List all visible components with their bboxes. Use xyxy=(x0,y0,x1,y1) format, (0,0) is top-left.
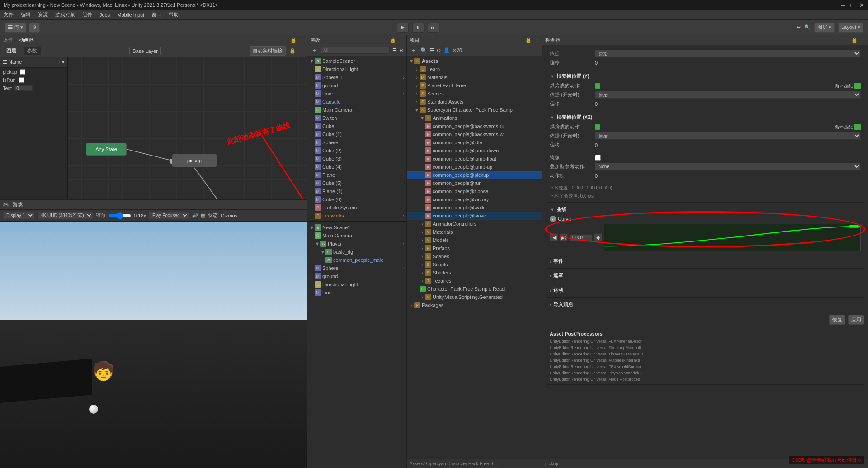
project-lock-icon[interactable]: 🔒 xyxy=(525,37,532,43)
param-pickup-toggle[interactable] xyxy=(20,69,25,75)
project-filter3[interactable]: 👤 xyxy=(443,47,450,53)
restore-button[interactable]: 恢复 xyxy=(829,315,845,325)
tree-item-common-male[interactable]: G common_people_male xyxy=(307,256,406,264)
import-title-el[interactable]: › 导入消息 xyxy=(550,299,861,310)
project-planet[interactable]: › P Planet Earth Free xyxy=(407,81,542,90)
minimize-btn[interactable]: ─ xyxy=(841,2,845,9)
project-anim-walk[interactable]: ▶ common_people@walk xyxy=(407,203,542,212)
menu-icon-2[interactable]: ⋮ xyxy=(299,48,304,54)
project-standard[interactable]: › S Standard Assets xyxy=(407,98,542,106)
project-anim-jump-float[interactable]: ▶ common_people@jump-float xyxy=(407,155,542,163)
tree-item-cube2[interactable]: M Cube (2) xyxy=(307,147,406,155)
tree-item-maincam[interactable]: C Main Camera xyxy=(307,106,406,114)
menu-jobs[interactable]: Jobs xyxy=(99,12,110,18)
project-anim-jump-up[interactable]: ▶ common_people@jump-up xyxy=(407,163,542,171)
project-learn[interactable]: › L Learn xyxy=(407,65,542,73)
close-btn[interactable]: ✕ xyxy=(859,2,864,9)
root-y-baked-check[interactable] xyxy=(595,83,600,89)
tree-item-dirlight2[interactable]: L Directional Light xyxy=(307,280,406,288)
tree-item-dirlight[interactable]: L Directional Light xyxy=(307,65,406,73)
tree-item-plane1[interactable]: M Plane (1) xyxy=(307,187,406,195)
inspector-lock-icon[interactable]: 🔒 xyxy=(851,37,858,43)
resolution-selector[interactable]: 4K UHD (3840x2160) xyxy=(37,212,93,219)
project-mats2[interactable]: › M Materials xyxy=(407,228,542,236)
lock-icon[interactable]: 🔒 xyxy=(290,37,297,43)
root-y-title[interactable]: ▼ 根变换位置 (Y) xyxy=(550,71,861,81)
project-prefabs[interactable]: › P Prefabs xyxy=(407,244,542,252)
mirror-check[interactable] xyxy=(595,155,601,161)
step-button[interactable]: ⏭ xyxy=(428,23,439,33)
project-animcontrollers[interactable]: › A AnimatorControllers xyxy=(407,220,542,228)
expand-right6[interactable]: › xyxy=(403,265,405,271)
expand-right3[interactable]: › xyxy=(403,213,405,218)
project-search-icon[interactable]: 🔍 xyxy=(420,47,427,53)
project-shaders[interactable]: › S Shaders xyxy=(407,269,542,277)
project-supercyan[interactable]: ▼ S Supercyan Character Pack Free Samp xyxy=(407,106,542,114)
project-filter1[interactable]: ☰ xyxy=(429,47,434,53)
pause-button[interactable]: ⏸ xyxy=(412,23,424,33)
search-icon[interactable]: 🔍 xyxy=(804,24,811,30)
remove-curve-btn[interactable]: - xyxy=(550,216,556,222)
menu-file[interactable]: 文件 xyxy=(4,11,14,18)
tree-item-ground2[interactable]: M ground xyxy=(307,272,406,280)
project-anim-idle[interactable]: ▶ common_people@idle xyxy=(407,138,542,147)
expand-right2[interactable]: › xyxy=(403,91,405,96)
curve-value[interactable] xyxy=(570,234,592,241)
tree-item-cube3[interactable]: M Cube (3) xyxy=(307,155,406,163)
curve-key-btn[interactable]: ◆ xyxy=(594,233,602,241)
play-button[interactable]: ▶ xyxy=(397,23,409,33)
undo-icon[interactable]: ↩ xyxy=(797,24,801,30)
state-any-state[interactable]: Any State xyxy=(86,143,127,156)
play-mode-selector[interactable]: Play Focused xyxy=(149,212,189,219)
project-anim-jump-down[interactable]: ▶ common_people@jump-down xyxy=(407,147,542,155)
root-xz-based-select[interactable]: 原始 xyxy=(595,132,861,140)
stats-icon[interactable]: ▦ xyxy=(201,213,205,218)
game-menu-icon[interactable]: ⋮ xyxy=(300,202,305,208)
expand-right[interactable]: › xyxy=(403,75,405,80)
tree-item-sphere-s[interactable]: M Sphere xyxy=(307,138,406,147)
tree-item-switch[interactable]: M Switch xyxy=(307,114,406,122)
events-title[interactable]: › 事件 xyxy=(550,256,861,266)
titlebar-controls[interactable]: ─ □ ✕ xyxy=(841,2,864,9)
menu-icon[interactable]: ⋮ xyxy=(299,37,304,43)
tree-item-cube1[interactable]: M Cube (1) xyxy=(307,130,406,138)
project-scenes[interactable]: › S Scenes xyxy=(407,90,542,98)
add-hierarchy-btn[interactable]: + xyxy=(310,47,318,55)
root-xz-baked-check[interactable] xyxy=(595,124,600,130)
scene-tab[interactable]: 场景 xyxy=(3,37,13,43)
tree-item-samplescene[interactable]: ▼ S SampleScene* xyxy=(307,57,406,65)
param-test-value[interactable] xyxy=(14,85,33,91)
project-anim-backwards-w[interactable]: ▶ common_people@backwards-w xyxy=(407,130,542,138)
tree-item-newscene[interactable]: ▼ S New Scene* ⋮ xyxy=(307,223,406,232)
project-anim-run[interactable]: ▶ common_people@run xyxy=(407,179,542,187)
menu-gameobject[interactable]: 游戏对象 xyxy=(55,11,75,18)
game-title[interactable]: 游戏 xyxy=(13,201,23,208)
project-anim-backwards-r[interactable]: ▶ common_people@backwards-ru xyxy=(407,122,542,130)
tree-item-cube[interactable]: M Cube xyxy=(307,122,406,130)
add-project-btn[interactable]: + xyxy=(410,47,418,55)
menu-help[interactable]: 帮助 xyxy=(169,11,179,18)
project-anim-victory[interactable]: ▶ common_people@victory xyxy=(407,195,542,203)
menu-mobile-input[interactable]: Mobile Input xyxy=(117,12,144,18)
tree-item-plane[interactable]: M Plane xyxy=(307,171,406,179)
project-anim-tpose[interactable]: ▶ common_people@t-pose xyxy=(407,187,542,195)
tab-params[interactable]: 参数 xyxy=(24,47,41,55)
curve-next-btn[interactable]: ▶| xyxy=(560,233,568,241)
tool-extra[interactable]: ⚙ xyxy=(29,23,40,33)
param-isrun-toggle[interactable] xyxy=(19,77,24,83)
tab-layers[interactable]: 图层 xyxy=(3,47,20,55)
project-visual[interactable]: › V Unity.VisualScripting.Generated xyxy=(407,293,542,301)
gizmos-label[interactable]: Gizmos xyxy=(221,213,237,218)
project-scenes2[interactable]: › S Scenes xyxy=(407,252,542,260)
tree-item-newscene-cam[interactable]: C Main Camera xyxy=(307,232,406,240)
hierarchy-extra-icon[interactable]: ⊙ xyxy=(400,47,404,53)
additive-select[interactable]: None xyxy=(595,163,861,170)
project-packages[interactable]: › P Packages xyxy=(407,301,542,309)
tree-item-cube6[interactable]: M Cube (6) xyxy=(307,195,406,203)
menu-edit[interactable]: 编辑 xyxy=(21,11,31,18)
apply-button[interactable]: 应用 xyxy=(848,315,864,325)
tree-item-player[interactable]: ▼ G Player › xyxy=(307,240,406,248)
hierarchy-body[interactable]: ▼ S SampleScene* L Directional Light M S… xyxy=(307,56,406,468)
project-scripts[interactable]: › S Scripts xyxy=(407,260,542,269)
tree-item-cube5[interactable]: M Cube (5) xyxy=(307,179,406,187)
